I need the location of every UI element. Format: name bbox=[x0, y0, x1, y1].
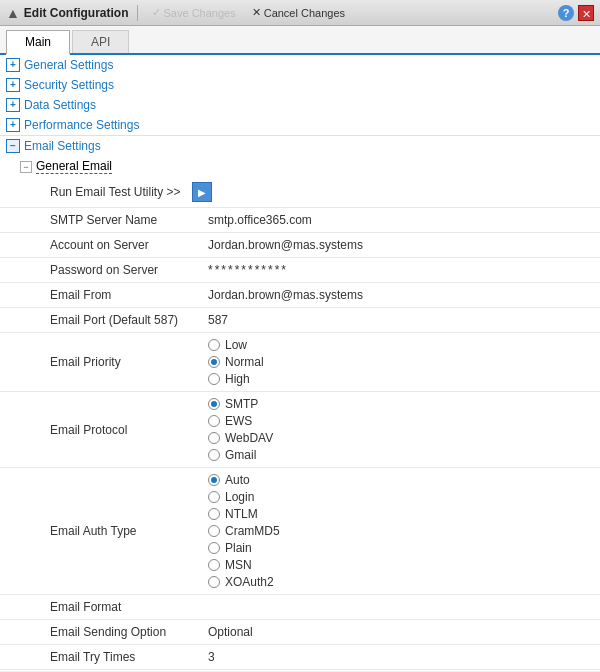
radio-ews[interactable] bbox=[208, 415, 220, 427]
radio-high[interactable] bbox=[208, 373, 220, 385]
radio-plain[interactable] bbox=[208, 542, 220, 554]
password-value: ************ bbox=[200, 258, 600, 283]
auth-xoauth2[interactable]: XOAuth2 bbox=[208, 575, 592, 589]
email-priority-row: Email Priority Low Normal Hi bbox=[0, 333, 600, 392]
section-data-settings[interactable]: + Data Settings bbox=[0, 95, 600, 115]
email-auth-options: Auto Login NTLM CramMD5 bbox=[200, 468, 600, 595]
email-try-label: Email Try Times bbox=[0, 645, 200, 670]
protocol-ews[interactable]: EWS bbox=[208, 414, 592, 428]
checkmark-icon: ✓ bbox=[152, 6, 161, 19]
section-email-settings: − Email Settings − General Email Run Ema… bbox=[0, 135, 600, 671]
section-general-settings[interactable]: + General Settings bbox=[0, 55, 600, 75]
email-auth-row: Email Auth Type Auto Login N bbox=[0, 468, 600, 595]
expand-icon-performance: + bbox=[6, 118, 20, 132]
section-label-performance: Performance Settings bbox=[24, 118, 139, 132]
radio-login[interactable] bbox=[208, 491, 220, 503]
attachments-value bbox=[200, 670, 600, 672]
protocol-gmail[interactable]: Gmail bbox=[208, 448, 592, 462]
sub-section-general-email[interactable]: − General Email bbox=[0, 156, 600, 177]
sub-section-label: General Email bbox=[36, 159, 112, 174]
email-format-label: Email Format bbox=[0, 595, 200, 620]
auth-msn[interactable]: MSN bbox=[208, 558, 592, 572]
smtp-server-value: smtp.office365.com bbox=[200, 208, 600, 233]
email-from-label: Email From bbox=[0, 283, 200, 308]
radio-msn[interactable] bbox=[208, 559, 220, 571]
email-sending-value: Optional bbox=[200, 620, 600, 645]
expand-icon-email: − bbox=[6, 139, 20, 153]
section-label-security: Security Settings bbox=[24, 78, 114, 92]
account-server-label: Account on Server bbox=[0, 233, 200, 258]
cancel-changes-button[interactable]: ✕ Cancel Changes bbox=[246, 4, 351, 21]
email-port-label: Email Port (Default 587) bbox=[0, 308, 200, 333]
email-protocol-options: SMTP EWS WebDAV Gmail bbox=[200, 392, 600, 468]
email-sending-label: Email Sending Option bbox=[0, 620, 200, 645]
radio-crammd5[interactable] bbox=[208, 525, 220, 537]
sub-expand-icon: − bbox=[20, 161, 32, 173]
radio-xoauth2[interactable] bbox=[208, 576, 220, 588]
attachments-label: Attachments Format bbox=[0, 670, 200, 672]
priority-high[interactable]: High bbox=[208, 372, 592, 386]
priority-low[interactable]: Low bbox=[208, 338, 592, 352]
email-from-row: Email From Jordan.brown@mas.systems bbox=[0, 283, 600, 308]
radio-webdav[interactable] bbox=[208, 432, 220, 444]
config-icon: ▲ bbox=[6, 5, 20, 21]
email-protocol-row: Email Protocol SMTP EWS WebD bbox=[0, 392, 600, 468]
account-server-row: Account on Server Jordan.brown@mas.syste… bbox=[0, 233, 600, 258]
run-test-row: Run Email Test Utility >> ▶ bbox=[0, 177, 600, 208]
section-label-data: Data Settings bbox=[24, 98, 96, 112]
expand-icon-general: + bbox=[6, 58, 20, 72]
content-area: + General Settings + Security Settings +… bbox=[0, 55, 600, 671]
password-label: Password on Server bbox=[0, 258, 200, 283]
radio-gmail[interactable] bbox=[208, 449, 220, 461]
smtp-server-row: SMTP Server Name smtp.office365.com bbox=[0, 208, 600, 233]
section-label-general: General Settings bbox=[24, 58, 113, 72]
auth-ntlm[interactable]: NTLM bbox=[208, 507, 592, 521]
radio-auto[interactable] bbox=[208, 474, 220, 486]
radio-normal[interactable] bbox=[208, 356, 220, 368]
email-port-row: Email Port (Default 587) 587 bbox=[0, 308, 600, 333]
section-security-settings[interactable]: + Security Settings bbox=[0, 75, 600, 95]
email-format-row: Email Format bbox=[0, 595, 600, 620]
auth-login[interactable]: Login bbox=[208, 490, 592, 504]
radio-smtp[interactable] bbox=[208, 398, 220, 410]
email-sending-row: Email Sending Option Optional bbox=[0, 620, 600, 645]
email-priority-options: Low Normal High bbox=[200, 333, 600, 392]
auth-auto[interactable]: Auto bbox=[208, 473, 592, 487]
close-button[interactable]: ✕ bbox=[578, 5, 594, 21]
expand-icon-security: + bbox=[6, 78, 20, 92]
separator bbox=[137, 5, 138, 21]
email-try-row: Email Try Times 3 bbox=[0, 645, 600, 670]
smtp-server-label: SMTP Server Name bbox=[0, 208, 200, 233]
tab-api[interactable]: API bbox=[72, 30, 129, 53]
help-icon[interactable]: ? bbox=[558, 5, 574, 21]
protocol-smtp[interactable]: SMTP bbox=[208, 397, 592, 411]
title-bar: ▲ Edit Configuration ✓ Save Changes ✕ Ca… bbox=[0, 0, 600, 26]
run-test-button[interactable]: ▶ bbox=[192, 182, 212, 202]
window-title: Edit Configuration bbox=[24, 6, 129, 20]
radio-ntlm[interactable] bbox=[208, 508, 220, 520]
email-port-value: 587 bbox=[200, 308, 600, 333]
auth-plain[interactable]: Plain bbox=[208, 541, 592, 555]
email-auth-label: Email Auth Type bbox=[0, 468, 200, 595]
run-test-label: Run Email Test Utility >> bbox=[50, 185, 181, 199]
password-row: Password on Server ************ bbox=[0, 258, 600, 283]
x-icon: ✕ bbox=[252, 6, 261, 19]
expand-icon-data: + bbox=[6, 98, 20, 112]
tabs-bar: Main API bbox=[0, 26, 600, 55]
priority-normal[interactable]: Normal bbox=[208, 355, 592, 369]
protocol-webdav[interactable]: WebDAV bbox=[208, 431, 592, 445]
section-email-header[interactable]: − Email Settings bbox=[0, 136, 600, 156]
account-server-value: Jordan.brown@mas.systems bbox=[200, 233, 600, 258]
save-changes-button[interactable]: ✓ Save Changes bbox=[146, 4, 242, 21]
auth-crammd5[interactable]: CramMD5 bbox=[208, 524, 592, 538]
email-try-value: 3 bbox=[200, 645, 600, 670]
email-from-value: Jordan.brown@mas.systems bbox=[200, 283, 600, 308]
section-performance-settings[interactable]: + Performance Settings bbox=[0, 115, 600, 135]
email-format-value bbox=[200, 595, 600, 620]
email-protocol-label: Email Protocol bbox=[0, 392, 200, 468]
radio-low[interactable] bbox=[208, 339, 220, 351]
tab-main[interactable]: Main bbox=[6, 30, 70, 55]
attachments-row: Attachments Format bbox=[0, 670, 600, 672]
section-label-email: Email Settings bbox=[24, 139, 101, 153]
email-priority-label: Email Priority bbox=[0, 333, 200, 392]
